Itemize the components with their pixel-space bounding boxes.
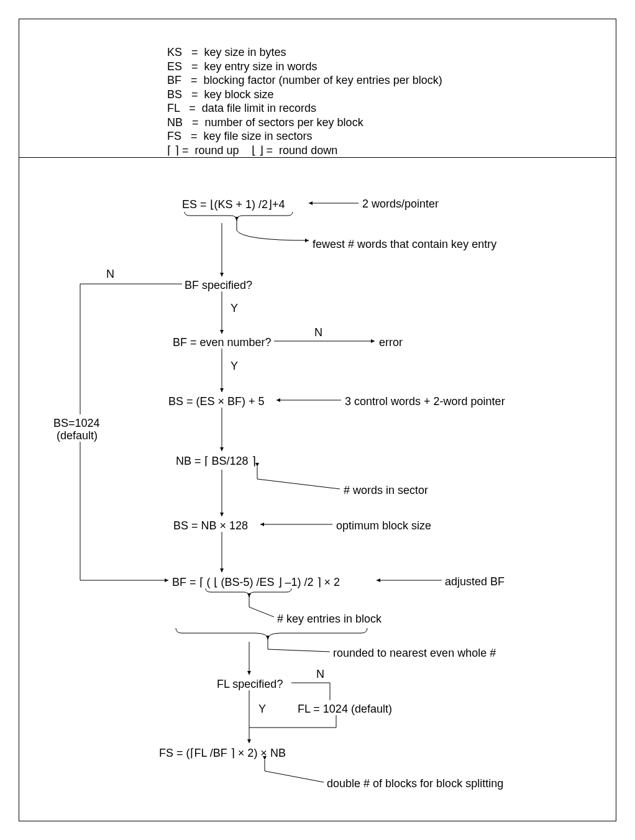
n-label-even: N xyxy=(314,326,322,339)
bs2-formula: BS = NB × 128 xyxy=(173,519,248,532)
bs-formula: BS = (ES × BF) + 5 xyxy=(168,395,265,408)
fl-default: FL = 1024 (default) xyxy=(298,703,392,716)
es-formula: ES = ⌊(KS + 1) /2⌋+4 xyxy=(182,198,285,211)
error: error xyxy=(379,336,403,349)
y-label-bf: Y xyxy=(231,302,238,315)
page: KS = key size in bytes ES = key entry si… xyxy=(0,0,635,840)
bf-specified: BF specified? xyxy=(185,279,252,292)
n-label-bf: N xyxy=(106,268,114,281)
y-label-fl: Y xyxy=(258,703,266,716)
bf-even: BF = even number? xyxy=(173,336,272,349)
legend-block: KS = key size in bytes ES = key entry si… xyxy=(167,45,442,157)
bfadj-note3: rounded to nearest even whole # xyxy=(333,647,496,660)
es-note2: fewest # words that contain key entry xyxy=(313,238,496,251)
bs-default: BS=1024 xyxy=(53,417,100,430)
bfadj-note2: # key entries in block xyxy=(277,613,381,626)
y-label-even: Y xyxy=(231,360,238,373)
divider xyxy=(19,157,616,158)
fs-note: double # of blocks for block splitting xyxy=(327,777,503,790)
fs-formula: FS = (⌈FL /BF ⌉ × 2) × NB xyxy=(159,746,286,760)
bs-default2: (default) xyxy=(57,429,98,442)
es-note1: 2 words/pointer xyxy=(362,198,439,211)
bfadj-note: adjusted BF xyxy=(445,575,505,588)
nb-note: # words in sector xyxy=(344,484,428,497)
n-label-fl: N xyxy=(316,668,324,681)
bfadj-formula: BF = ⌈ ( ⌊ (BS-5) /ES ⌋ –1) /2 ⌉ × 2 xyxy=(172,575,340,589)
nb-formula: NB = ⌈ BS/128 ⌉ xyxy=(176,454,256,468)
fl-specified: FL specified? xyxy=(217,678,283,691)
diagram-frame: KS = key size in bytes ES = key entry si… xyxy=(19,19,616,821)
bs2-note: optimum block size xyxy=(336,519,431,532)
bs-note: 3 control words + 2-word pointer xyxy=(345,395,505,408)
